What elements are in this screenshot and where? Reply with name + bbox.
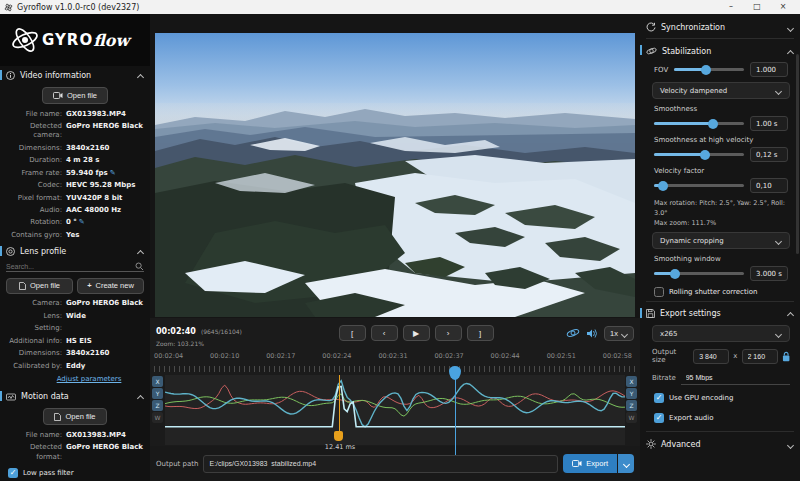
divider [646,301,794,302]
output-path-field[interactable] [203,455,558,473]
high-velocity-slider[interactable] [654,153,744,156]
info-row: Lens:Wide [0,310,150,322]
lens-search[interactable] [6,262,144,272]
chevron-down-icon[interactable] [787,441,794,448]
chevron-up-icon[interactable] [787,48,794,55]
maximize-button[interactable]: □ [744,1,770,13]
chevron-down-icon [623,460,630,467]
output-width-input[interactable] [699,353,723,360]
output-path-label: Output path [156,460,198,468]
smoothing-window-value[interactable]: 3.000 s [750,266,788,281]
checkbox-checked-icon[interactable]: ✓ [654,413,664,423]
camera-icon [572,460,582,467]
gpu-encoding-label: Use GPU encoding [669,394,733,402]
export-button[interactable]: Export [563,454,617,473]
section-advanced[interactable]: Advanced [640,434,800,453]
smoothness-slider[interactable] [654,122,744,125]
adjust-parameters-link[interactable]: Adjust parameters [0,372,150,387]
section-video-information[interactable]: Video information [0,66,150,84]
fov-value[interactable]: 1.000 [750,62,788,77]
bitrate-input[interactable] [686,374,785,381]
chevron-up-icon[interactable] [787,310,794,317]
axis-y-button[interactable]: Y [152,388,163,399]
minimize-button[interactable]: – [718,1,744,13]
sync-offset-label: 12.41 ms [317,443,363,451]
fov-slider[interactable] [674,68,744,71]
section-synchronization[interactable]: Synchronization [640,17,800,36]
file-icon [54,413,61,421]
axis-y-button[interactable]: Y [626,388,637,399]
velocity-factor-slider[interactable] [654,184,744,187]
scrollbar[interactable] [796,54,799,254]
chevron-down-icon[interactable] [787,24,794,31]
lens-create-new-button[interactable]: + Create new [77,278,144,294]
trim-start-button[interactable]: [ [339,325,366,341]
section-stabilization[interactable]: Stabilization [640,41,800,60]
section-lens-profile[interactable]: Lens profile [0,242,150,260]
checkbox-unchecked-icon[interactable] [654,287,664,297]
close-button[interactable]: × [770,1,796,13]
tick-label: 00:02:24 [322,352,351,360]
low-pass-filter-row[interactable]: ✓ Low pass filter [0,464,150,480]
timeline-tick-labels: 00:02:04 00:02:10 00:02:17 00:02:24 00:0… [150,348,640,360]
timeline-ruler[interactable]: 00:02:04 00:02:10 00:02:17 00:02:24 00:0… [150,348,640,374]
smoothing-window-slider[interactable] [654,272,744,275]
velocity-factor-value[interactable]: 0,10 [750,178,788,193]
codec-dropdown[interactable]: x265 [652,325,790,342]
section-export-settings[interactable]: Export settings [640,304,800,322]
chevron-down-icon [775,237,782,244]
axis-z-button[interactable]: Z [626,400,637,411]
lens-search-input[interactable] [6,263,135,270]
cropping-dropdown[interactable]: Dynamic cropping [652,232,790,249]
video-open-file-button[interactable]: Open file [42,87,108,104]
playback-speed-button[interactable]: 1x [604,326,634,341]
lens-open-file-button[interactable]: Open file [6,278,73,294]
volume-icon[interactable] [586,328,598,339]
info-row: Dimensions:3840x2160 [0,348,150,360]
chevron-up-icon[interactable] [137,72,144,79]
sync-marker-handle[interactable] [334,431,343,441]
info-icon [6,71,15,80]
smoothing-method-dropdown[interactable]: Velocity dampened [652,82,790,99]
play-button[interactable]: ▶ [403,325,430,341]
velocity-factor-slider-row: 0,10 [640,176,800,195]
axis-x-button[interactable]: X [152,376,163,387]
output-width-field[interactable] [693,349,729,364]
section-title: Export settings [660,309,782,318]
velocity-factor-label: Velocity factor [640,164,800,176]
prev-frame-button[interactable]: ‹ [371,325,398,341]
smoothness-value[interactable]: 1.00 s [750,116,788,131]
lock-aspect-icon[interactable] [782,351,790,362]
rolling-shutter-row[interactable]: Rolling shutter correction [640,283,800,299]
output-path-input[interactable] [209,460,552,467]
gpu-encoding-row[interactable]: ✓ Use GPU encoding [640,387,800,405]
stabilization-toggle-icon[interactable] [566,327,580,339]
checkbox-checked-icon[interactable]: ✓ [8,468,18,478]
output-height-input[interactable] [748,353,772,360]
output-height-field[interactable] [742,349,778,364]
edit-icon[interactable]: ✎ [110,169,116,177]
high-velocity-value[interactable]: 0,12 s [750,147,788,162]
max-values-info: Max rotation: Pitch: 2.5°, Yaw: 2.5°, Ro… [640,195,800,229]
trim-end-button[interactable]: ] [467,325,494,341]
player-controls: 00:02:40 (9645/16104) Zoom: 103.21% [ ‹ … [150,318,640,348]
logo-text-gyro: GYRO [42,31,93,49]
next-frame-button[interactable]: › [435,325,462,341]
checkbox-checked-icon[interactable]: ✓ [654,393,664,403]
edit-icon[interactable]: ✎ [79,218,85,226]
export-audio-row[interactable]: ✓ Export audio [640,405,800,425]
axis-w-button[interactable]: W [626,412,637,423]
bitrate-field[interactable] [681,370,790,385]
motion-open-file-button[interactable]: Open file [43,408,106,425]
gyro-waveform-chart[interactable]: 12.41 ms [165,375,625,445]
axis-w-button[interactable]: W [152,412,163,423]
video-stage[interactable] [150,14,640,318]
axis-x-button[interactable]: X [626,376,637,387]
gyroflow-logo: GYROflow [0,14,150,66]
chevron-up-icon[interactable] [137,248,144,255]
active-section-bar [0,246,2,256]
export-options-button[interactable] [618,454,634,473]
section-motion-data[interactable]: Motion data [0,387,150,405]
chevron-up-icon[interactable] [137,393,144,400]
axis-z-button[interactable]: Z [152,400,163,411]
